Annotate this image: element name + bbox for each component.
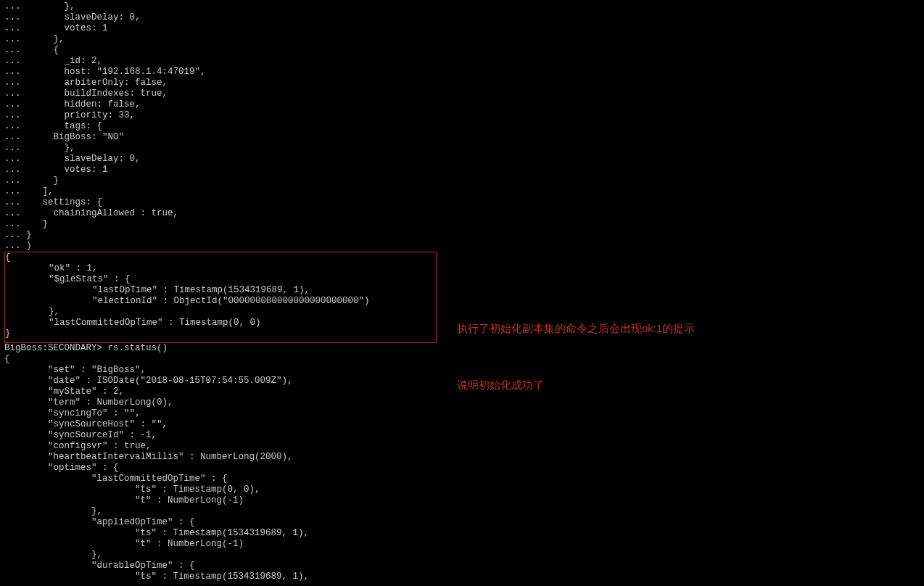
boxed-output-line: },: [5, 307, 436, 318]
terminal-line: ... slaveDelay: 0,: [4, 12, 920, 23]
terminal-line: ... },: [4, 1, 920, 12]
terminal-line: ... },: [4, 143, 920, 154]
terminal-line: "ts" : Timestamp(1534319689, 1),: [4, 528, 920, 539]
annotation-line-2: 说明初始化成功了: [457, 376, 695, 395]
boxed-output-line: {: [5, 252, 436, 263]
terminal-line: ... host: "192.168.1.4:47019",: [4, 67, 920, 78]
boxed-output-line: "lastOpTime" : Timestamp(1534319689, 1),: [5, 285, 436, 296]
boxed-output-line: "electionId" : ObjectId("000000000000000…: [5, 296, 436, 307]
terminal-line: "configsvr" : true,: [4, 441, 920, 452]
terminal-block-1: ... },... slaveDelay: 0,... votes: 1... …: [4, 1, 920, 252]
terminal-line: "t" : NumberLong(-1): [4, 539, 920, 550]
terminal-line: ... BigBoss: "NO": [4, 132, 920, 143]
terminal-line: ... slaveDelay: 0,: [4, 154, 920, 165]
terminal-line: "durableOpTime" : {: [4, 561, 920, 571]
terminal-line: ... tags: {: [4, 121, 920, 132]
terminal-line: ... },: [4, 34, 920, 45]
terminal-line: ... _id: 2,: [4, 56, 920, 67]
boxed-output-line: "$gleStats" : {: [5, 274, 436, 285]
terminal-line: ... ],: [4, 186, 920, 197]
terminal-line: "syncSourceHost" : "",: [4, 419, 920, 430]
terminal-line: ... votes: 1: [4, 165, 920, 176]
terminal-line: "ts" : Timestamp(0, 0),: [4, 484, 920, 495]
boxed-output-line: "lastCommittedOpTime" : Timestamp(0, 0): [5, 318, 436, 329]
boxed-output-line: }: [5, 329, 436, 339]
terminal-line: ... votes: 1: [4, 23, 920, 34]
annotation-line-1: 执行了初始化副本集的命令之后会出现ok:1的提示: [457, 319, 695, 338]
terminal-line: ... hidden: false,: [4, 99, 920, 110]
terminal-line: ... buildIndexes: true,: [4, 88, 920, 99]
terminal-line: ... priority: 33,: [4, 110, 920, 121]
boxed-output-line: "ok" : 1,: [5, 263, 436, 274]
terminal-line: ... }: [4, 219, 920, 230]
terminal-line: ... arbiterOnly: false,: [4, 78, 920, 88]
terminal-line: "ts" : Timestamp(1534319689, 1),: [4, 571, 920, 582]
terminal-line: },: [4, 506, 920, 517]
terminal-line: ... }: [4, 230, 920, 241]
terminal-line: ... chainingAllowed : true,: [4, 208, 920, 219]
terminal-line: "syncSourceId" : -1,: [4, 430, 920, 441]
terminal-line: ... settings: {: [4, 197, 920, 208]
terminal-line: ... }: [4, 176, 920, 186]
terminal-line: "heartbeatIntervalMillis" : NumberLong(2…: [4, 452, 920, 463]
terminal-line: "optimes" : {: [4, 463, 920, 474]
terminal-line: "appliedOpTime" : {: [4, 517, 920, 528]
terminal-line: "lastCommittedOpTime" : {: [4, 474, 920, 484]
terminal-line: "t" : NumberLong(-1): [4, 495, 920, 506]
annotation-text: 执行了初始化副本集的命令之后会出现ok:1的提示 说明初始化成功了: [457, 281, 695, 413]
terminal-line: ... {: [4, 45, 920, 56]
highlighted-output-box: { "ok" : 1, "$gleStats" : { "lastOpTime"…: [4, 252, 437, 343]
terminal-line: },: [4, 550, 920, 561]
terminal-line: ... ): [4, 241, 920, 252]
